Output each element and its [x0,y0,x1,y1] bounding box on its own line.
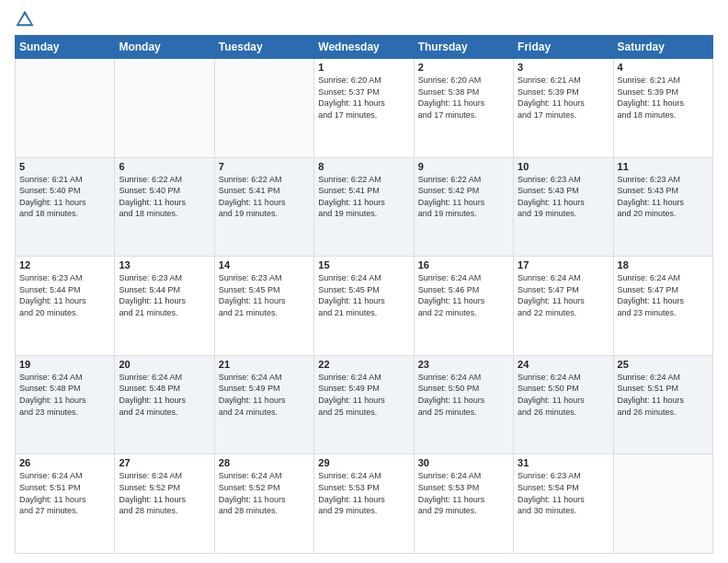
col-header-monday: Monday [115,36,214,59]
day-number: 28 [219,457,310,468]
day-number: 5 [19,161,110,172]
day-cell: 5Sunrise: 6:21 AM Sunset: 5:40 PM Daylig… [16,157,115,257]
day-info: Sunrise: 6:24 AM Sunset: 5:53 PM Dayligh… [418,470,509,516]
day-info: Sunrise: 6:23 AM Sunset: 5:45 PM Dayligh… [219,272,310,318]
day-cell: 6Sunrise: 6:22 AM Sunset: 5:40 PM Daylig… [115,157,214,257]
day-cell: 28Sunrise: 6:24 AM Sunset: 5:52 PM Dayli… [214,454,313,554]
day-info: Sunrise: 6:21 AM Sunset: 5:39 PM Dayligh… [618,75,709,121]
day-number: 29 [318,457,409,468]
day-info: Sunrise: 6:22 AM Sunset: 5:42 PM Dayligh… [418,174,509,220]
day-info: Sunrise: 6:20 AM Sunset: 5:37 PM Dayligh… [318,75,409,121]
calendar-header-row: SundayMondayTuesdayWednesdayThursdayFrid… [16,36,713,59]
day-cell: 10Sunrise: 6:23 AM Sunset: 5:43 PM Dayli… [514,157,613,257]
day-info: Sunrise: 6:22 AM Sunset: 5:41 PM Dayligh… [219,174,310,220]
header [15,9,713,29]
day-info: Sunrise: 6:21 AM Sunset: 5:40 PM Dayligh… [19,174,110,220]
day-cell: 4Sunrise: 6:21 AM Sunset: 5:39 PM Daylig… [613,59,712,158]
day-number: 9 [418,161,509,172]
day-cell [16,59,115,158]
day-cell: 23Sunrise: 6:24 AM Sunset: 5:50 PM Dayli… [414,355,513,454]
day-info: Sunrise: 6:24 AM Sunset: 5:49 PM Dayligh… [219,372,310,418]
day-number: 20 [119,359,210,370]
day-info: Sunrise: 6:23 AM Sunset: 5:54 PM Dayligh… [518,470,609,516]
day-cell: 16Sunrise: 6:24 AM Sunset: 5:46 PM Dayli… [414,257,513,356]
day-cell: 7Sunrise: 6:22 AM Sunset: 5:41 PM Daylig… [214,157,313,257]
col-header-friday: Friday [514,36,613,59]
day-info: Sunrise: 6:23 AM Sunset: 5:44 PM Dayligh… [19,272,110,318]
day-number: 23 [418,359,509,370]
page: SundayMondayTuesdayWednesdayThursdayFrid… [0,0,728,563]
day-number: 30 [418,457,509,468]
day-number: 6 [119,161,210,172]
day-info: Sunrise: 6:24 AM Sunset: 5:48 PM Dayligh… [119,372,210,418]
day-cell: 19Sunrise: 6:24 AM Sunset: 5:48 PM Dayli… [16,355,115,454]
day-cell: 3Sunrise: 6:21 AM Sunset: 5:39 PM Daylig… [514,59,613,158]
col-header-thursday: Thursday [414,36,513,59]
week-row-2: 5Sunrise: 6:21 AM Sunset: 5:40 PM Daylig… [16,157,713,257]
week-row-3: 12Sunrise: 6:23 AM Sunset: 5:44 PM Dayli… [16,257,713,356]
week-row-1: 1Sunrise: 6:20 AM Sunset: 5:37 PM Daylig… [16,59,713,158]
day-info: Sunrise: 6:24 AM Sunset: 5:47 PM Dayligh… [518,272,609,318]
day-number: 27 [119,457,210,468]
day-number: 14 [219,259,310,270]
day-cell: 14Sunrise: 6:23 AM Sunset: 5:45 PM Dayli… [214,257,313,356]
day-cell: 13Sunrise: 6:23 AM Sunset: 5:44 PM Dayli… [115,257,214,356]
day-number: 13 [119,259,210,270]
day-cell: 18Sunrise: 6:24 AM Sunset: 5:47 PM Dayli… [613,257,712,356]
day-cell: 29Sunrise: 6:24 AM Sunset: 5:53 PM Dayli… [314,454,414,554]
week-row-5: 26Sunrise: 6:24 AM Sunset: 5:51 PM Dayli… [16,454,713,554]
day-cell [214,59,313,158]
day-cell: 9Sunrise: 6:22 AM Sunset: 5:42 PM Daylig… [414,157,513,257]
day-number: 15 [318,259,409,270]
day-number: 7 [219,161,310,172]
col-header-wednesday: Wednesday [314,36,414,59]
day-info: Sunrise: 6:20 AM Sunset: 5:38 PM Dayligh… [418,75,509,121]
day-cell: 11Sunrise: 6:23 AM Sunset: 5:43 PM Dayli… [613,157,712,257]
day-info: Sunrise: 6:21 AM Sunset: 5:39 PM Dayligh… [518,75,609,121]
day-cell: 15Sunrise: 6:24 AM Sunset: 5:45 PM Dayli… [314,257,414,356]
day-number: 17 [518,259,609,270]
day-number: 16 [418,259,509,270]
day-number: 18 [618,259,709,270]
day-cell: 12Sunrise: 6:23 AM Sunset: 5:44 PM Dayli… [16,257,115,356]
day-info: Sunrise: 6:24 AM Sunset: 5:50 PM Dayligh… [418,372,509,418]
day-number: 3 [518,62,609,73]
day-cell: 2Sunrise: 6:20 AM Sunset: 5:38 PM Daylig… [414,59,513,158]
day-cell [613,454,712,554]
col-header-saturday: Saturday [613,36,712,59]
day-cell: 30Sunrise: 6:24 AM Sunset: 5:53 PM Dayli… [414,454,513,554]
day-cell: 24Sunrise: 6:24 AM Sunset: 5:50 PM Dayli… [514,355,613,454]
day-info: Sunrise: 6:23 AM Sunset: 5:44 PM Dayligh… [119,272,210,318]
day-info: Sunrise: 6:23 AM Sunset: 5:43 PM Dayligh… [618,174,709,220]
day-info: Sunrise: 6:23 AM Sunset: 5:43 PM Dayligh… [518,174,609,220]
week-row-4: 19Sunrise: 6:24 AM Sunset: 5:48 PM Dayli… [16,355,713,454]
day-cell: 26Sunrise: 6:24 AM Sunset: 5:51 PM Dayli… [16,454,115,554]
day-number: 26 [19,457,110,468]
logo [15,9,39,29]
day-cell: 20Sunrise: 6:24 AM Sunset: 5:48 PM Dayli… [115,355,214,454]
day-info: Sunrise: 6:24 AM Sunset: 5:51 PM Dayligh… [19,470,110,516]
day-cell: 8Sunrise: 6:22 AM Sunset: 5:41 PM Daylig… [314,157,414,257]
day-info: Sunrise: 6:24 AM Sunset: 5:52 PM Dayligh… [219,470,310,516]
day-info: Sunrise: 6:24 AM Sunset: 5:51 PM Dayligh… [618,372,709,418]
logo-icon [15,9,35,29]
day-number: 1 [318,62,409,73]
day-cell: 1Sunrise: 6:20 AM Sunset: 5:37 PM Daylig… [314,59,414,158]
day-number: 25 [618,359,709,370]
day-cell: 22Sunrise: 6:24 AM Sunset: 5:49 PM Dayli… [314,355,414,454]
day-number: 22 [318,359,409,370]
col-header-tuesday: Tuesday [214,36,313,59]
day-number: 12 [19,259,110,270]
day-number: 11 [618,161,709,172]
day-number: 19 [19,359,110,370]
col-header-sunday: Sunday [16,36,115,59]
day-cell [115,59,214,158]
day-info: Sunrise: 6:22 AM Sunset: 5:41 PM Dayligh… [318,174,409,220]
day-cell: 17Sunrise: 6:24 AM Sunset: 5:47 PM Dayli… [514,257,613,356]
day-info: Sunrise: 6:24 AM Sunset: 5:52 PM Dayligh… [119,470,210,516]
day-cell: 21Sunrise: 6:24 AM Sunset: 5:49 PM Dayli… [214,355,313,454]
day-info: Sunrise: 6:24 AM Sunset: 5:50 PM Dayligh… [518,372,609,418]
day-number: 2 [418,62,509,73]
day-number: 24 [518,359,609,370]
day-cell: 31Sunrise: 6:23 AM Sunset: 5:54 PM Dayli… [514,454,613,554]
